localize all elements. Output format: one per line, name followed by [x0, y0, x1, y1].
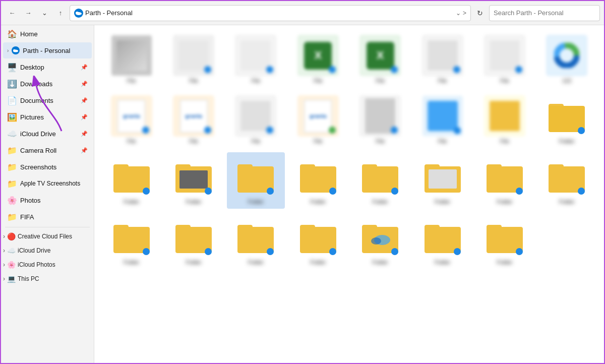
- up-button[interactable]: ↑: [53, 6, 68, 20]
- file-name: Folder: [360, 199, 400, 205]
- file-item[interactable]: granta File: [164, 92, 222, 148]
- sidebar-item-screenshots[interactable]: 📁 Screenshots: [3, 159, 92, 175]
- sidebar-item-parth-personal[interactable]: › Parth - Personal: [3, 42, 92, 58]
- file-name: Folder: [235, 199, 276, 205]
- file-item[interactable]: Folder: [102, 152, 160, 209]
- file-item[interactable]: Folder: [164, 152, 222, 209]
- search-input[interactable]: [489, 5, 600, 21]
- main-layout: 🏠 Home › Parth - Personal 🖥️ Desktop 📌 ⬇…: [1, 25, 604, 364]
- sidebar-section-creative-cloud[interactable]: › 🔴 Creative Cloud Files: [1, 229, 94, 244]
- pin-icon-pictures: 📌: [81, 114, 88, 120]
- file-thumbnail: granta: [111, 96, 152, 136]
- sidebar-section-icloud-photos[interactable]: › 🌸 iCloud Photos: [1, 258, 94, 272]
- section-expand-icon: ›: [3, 233, 5, 240]
- sidebar-label-camera-roll: Camera Roll: [20, 147, 78, 154]
- file-thumbnail: granta: [298, 96, 338, 136]
- file-item[interactable]: Folder: [538, 92, 596, 148]
- file-item[interactable]: Folder: [102, 213, 160, 269]
- sidebar-section-this-pc[interactable]: › 💻 This PC: [1, 272, 94, 286]
- file-item[interactable]: Folder: [289, 152, 347, 209]
- file-item[interactable]: X File: [289, 31, 347, 88]
- sidebar-item-pictures[interactable]: 🖼️ Pictures 📌: [3, 109, 92, 125]
- sidebar-item-desktop[interactable]: 🖥️ Desktop 📌: [3, 59, 92, 75]
- file-item[interactable]: File: [227, 31, 285, 88]
- file-thumbnail: X: [298, 35, 338, 76]
- file-item[interactable]: granta File: [102, 92, 160, 148]
- file-item[interactable]: Folder: [413, 213, 471, 269]
- file-item[interactable]: File: [102, 31, 160, 88]
- sidebar-item-home[interactable]: 🏠 Home: [3, 26, 92, 42]
- folder-thumbnail: [298, 217, 338, 257]
- file-item[interactable]: Folder: [227, 152, 285, 209]
- file-item[interactable]: Folder: [475, 213, 533, 269]
- svg-rect-45: [487, 225, 502, 231]
- file-item[interactable]: Folder: [351, 213, 409, 269]
- file-item[interactable]: File: [475, 31, 533, 88]
- sidebar-section-icloud-drive-2[interactable]: › ☁️ iCloud Drive: [1, 244, 94, 258]
- file-name: File: [485, 138, 525, 144]
- file-item[interactable]: Folder: [413, 152, 471, 209]
- file-name: File: [422, 138, 463, 144]
- folder-thumbnail: [547, 96, 587, 136]
- file-item[interactable]: File: [351, 92, 409, 148]
- sidebar-item-fifa[interactable]: 📁 FIFA: [3, 209, 92, 225]
- recent-locations-button[interactable]: ⌄: [37, 6, 51, 20]
- file-item[interactable]: Folder: [351, 152, 409, 209]
- svg-rect-16: [179, 170, 208, 189]
- file-thumbnail: [547, 35, 587, 76]
- screenshots-icon: 📁: [7, 162, 17, 172]
- file-item[interactable]: File: [413, 92, 471, 148]
- sidebar-label-screenshots: Screenshots: [20, 163, 88, 171]
- file-item[interactable]: Folder: [227, 213, 285, 269]
- sidebar-item-photos[interactable]: 🌸 Photos: [3, 192, 92, 208]
- onedrive-icon: [74, 9, 83, 18]
- file-name: File: [173, 138, 214, 144]
- file-item[interactable]: X File: [351, 31, 409, 88]
- folder-thumbnail: [111, 217, 152, 257]
- address-bar[interactable]: Parth - Personal ⌄ >: [70, 5, 471, 21]
- title-bar: ← → ⌄ ↑ Parth - Personal ⌄ > ↻: [1, 1, 604, 25]
- svg-rect-33: [175, 225, 191, 231]
- file-item[interactable]: File: [227, 92, 285, 148]
- file-item[interactable]: granta File: [289, 92, 347, 148]
- sidebar-item-documents[interactable]: 📄 Documents 📌: [3, 92, 92, 108]
- sidebar-label-this-pc: This PC: [18, 275, 39, 282]
- pin-icon-icloud: 📌: [81, 131, 88, 137]
- folder-thumbnail: [173, 217, 214, 257]
- file-item[interactable]: Folder: [289, 213, 347, 269]
- address-dropdown-chevron[interactable]: ⌄: [456, 10, 461, 17]
- sidebar-item-appletv[interactable]: 📁 Apple TV Screenshots: [3, 175, 92, 192]
- downloads-icon: ⬇️: [7, 79, 17, 89]
- file-name: Folder: [173, 259, 214, 265]
- pin-icon-documents: 📌: [81, 97, 88, 104]
- file-item[interactable]: File: [475, 92, 533, 148]
- forward-button[interactable]: →: [21, 6, 35, 20]
- file-name: Folder: [298, 259, 338, 265]
- svg-rect-39: [362, 225, 377, 231]
- file-item[interactable]: Folder: [538, 152, 596, 209]
- file-name: File: [485, 78, 525, 84]
- pin-icon-desktop: 📌: [81, 64, 88, 71]
- sidebar-item-icloud-drive[interactable]: ☁️ iCloud Drive 📌: [3, 126, 92, 142]
- sidebar-item-downloads[interactable]: ⬇️ Downloads 📌: [3, 76, 92, 92]
- folder-thumbnail: [235, 156, 276, 197]
- refresh-button[interactable]: ↻: [473, 6, 487, 20]
- file-thumbnail: [173, 35, 214, 76]
- folder-thumbnail: [422, 156, 463, 197]
- back-button[interactable]: ←: [5, 6, 19, 20]
- folder-thumbnail: [235, 217, 276, 257]
- file-item[interactable]: 122: [538, 31, 596, 88]
- svg-point-41: [371, 237, 381, 245]
- file-name: File: [111, 78, 152, 84]
- file-item[interactable]: Folder: [164, 213, 222, 269]
- sidebar-label-icloud-photos: iCloud Photos: [18, 261, 55, 268]
- fifa-icon: 📁: [7, 212, 17, 222]
- photos-icon: 🌸: [7, 196, 17, 205]
- file-item[interactable]: File: [413, 31, 471, 88]
- sidebar-item-camera-roll[interactable]: 📁 Camera Roll 📌: [3, 142, 92, 158]
- pin-icon-camera-roll: 📌: [81, 147, 88, 154]
- pin-icon-downloads: 📌: [81, 81, 88, 87]
- file-item[interactable]: Folder: [475, 152, 533, 209]
- sidebar: 🏠 Home › Parth - Personal 🖥️ Desktop 📌 ⬇…: [1, 25, 94, 364]
- file-item[interactable]: File: [164, 31, 222, 88]
